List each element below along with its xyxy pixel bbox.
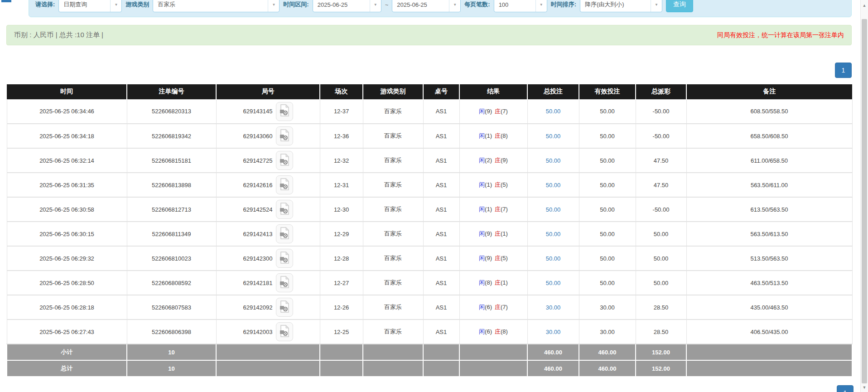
scroll-up-icon[interactable]: ▲ (861, 2, 868, 9)
cell-bet-id: 522606819342 (127, 124, 216, 148)
game-type-select[interactable]: 百家乐 ▼ (153, 0, 280, 12)
result-player-score: (8) (485, 279, 492, 286)
result-banker-score: (1) (501, 279, 508, 286)
video-file-icon (279, 276, 290, 290)
table-row: 2025-06-25 06:28:18 522606807583 6291420… (7, 295, 852, 319)
vertical-scrollbar[interactable]: ▲ ▼ (860, 0, 868, 392)
cell-round-id: 629142300 (216, 246, 320, 271)
cell-session: 12-26 (320, 295, 363, 319)
result-player-score: (9) (485, 108, 492, 115)
total-bet-link[interactable]: 50.00 (546, 280, 561, 286)
cell-bet-id: 522606807583 (127, 295, 216, 319)
round-id-value: 629142003 (243, 329, 272, 335)
per-page-select[interactable]: 100 ▼ (494, 0, 547, 12)
header-payout: 总派彩 (636, 84, 686, 99)
page-1-button[interactable]: 1 (835, 63, 852, 78)
chevron-down-icon: ▼ (651, 0, 662, 12)
video-replay-button[interactable] (276, 102, 293, 121)
page-1-button-bottom[interactable]: 1 (837, 385, 854, 392)
total-bet-link[interactable]: 50.00 (546, 108, 561, 115)
round-id-value: 629143060 (243, 133, 272, 140)
video-file-icon (279, 252, 290, 266)
game-type-value: 百家乐 (153, 0, 268, 9)
result-banker-label: 庄 (495, 108, 501, 115)
cell-result: 闲(1)庄(5) (459, 173, 527, 197)
cell-round-id: 629142524 (216, 197, 320, 222)
video-replay-button[interactable] (276, 175, 293, 194)
cell-result: 闲(6)庄(8) (459, 319, 527, 344)
sort-value: 降序(由大到小) (580, 0, 651, 9)
result-player-score: (2) (485, 157, 492, 164)
video-replay-button[interactable] (276, 322, 293, 341)
cell-time: 2025-06-25 06:31:35 (7, 173, 127, 197)
summary-text: 币别 : 人民币 | 总共 :10 注单 | (14, 31, 103, 39)
search-button[interactable]: 查询 (666, 0, 693, 12)
cell-remark: 563.50/613.50 (686, 222, 852, 246)
total-valid-bet: 460.00 (579, 360, 636, 377)
scrollbar-thumb[interactable] (862, 19, 867, 383)
date-to-select[interactable]: 2025-06-25 ▼ (392, 0, 461, 12)
date-from-select[interactable]: 2025-06-25 ▼ (313, 0, 381, 12)
cell-session: 12-37 (320, 99, 363, 124)
video-file-icon (279, 154, 290, 168)
cell-valid-bet: 30.00 (579, 295, 636, 319)
subtotal-count: 10 (127, 344, 216, 360)
cell-result: 闲(8)庄(1) (459, 271, 527, 295)
video-replay-button[interactable] (276, 151, 293, 170)
chevron-down-icon: ▼ (110, 0, 121, 12)
total-bet-link[interactable]: 50.00 (546, 157, 561, 164)
round-id-value: 629142092 (243, 304, 272, 311)
total-bet-link[interactable]: 30.00 (546, 304, 561, 311)
video-replay-button[interactable] (276, 224, 293, 243)
total-bet-link[interactable]: 50.00 (546, 133, 561, 140)
result-banker-score: (8) (501, 132, 508, 139)
cell-time: 2025-06-25 06:28:50 (7, 271, 127, 295)
result-banker-score: (7) (501, 304, 508, 310)
cell-table-no: AS1 (423, 222, 459, 246)
total-total-bet: 460.00 (527, 360, 579, 377)
query-type-select[interactable]: 日期查询 ▼ (58, 0, 122, 12)
cell-time: 2025-06-25 06:34:18 (7, 124, 127, 148)
video-replay-button[interactable] (276, 298, 293, 317)
cell-bet-id: 522606812713 (127, 197, 216, 222)
cell-round-id: 629142092 (216, 295, 320, 319)
result-banker-score: (9) (501, 157, 508, 164)
total-bet-link[interactable]: 50.00 (546, 255, 561, 262)
scroll-down-icon[interactable]: ▼ (861, 384, 868, 391)
cell-round-id: 629142725 (216, 148, 320, 173)
video-replay-button[interactable] (276, 273, 293, 292)
cell-valid-bet: 50.00 (579, 173, 636, 197)
cell-game-type: 百家乐 (363, 295, 423, 319)
cell-session: 12-28 (320, 246, 363, 271)
summary-bar: 币别 : 人民币 | 总共 :10 注单 | 同局有效投注，统一计算在该局第一张… (6, 25, 852, 45)
total-bet-link[interactable]: 30.00 (546, 329, 561, 335)
subtotal-total-bet: 460.00 (527, 344, 579, 360)
cell-game-type: 百家乐 (363, 173, 423, 197)
table-row: 2025-06-25 06:30:15 522606811349 6291424… (7, 222, 852, 246)
total-bet-link[interactable]: 50.00 (546, 182, 561, 189)
video-replay-button[interactable] (276, 249, 293, 268)
header-game-type: 游戏类别 (363, 84, 423, 99)
result-player-score: (9) (485, 230, 492, 237)
result-banker-label: 庄 (495, 157, 501, 164)
round-id-value: 629143145 (243, 108, 272, 115)
sort-select[interactable]: 降序(由大到小) ▼ (580, 0, 662, 12)
result-banker-label: 庄 (495, 304, 501, 310)
cell-bet-id: 522606811349 (127, 222, 216, 246)
round-id-value: 629142725 (243, 157, 272, 164)
cell-valid-bet: 30.00 (579, 319, 636, 344)
cell-result: 闲(9)庄(7) (459, 99, 527, 124)
clipped-top-element (1, 0, 11, 2)
total-bet-link[interactable]: 50.00 (546, 206, 561, 213)
total-bet-link[interactable]: 50.00 (546, 231, 561, 237)
result-banker-label: 庄 (495, 230, 501, 237)
cell-session: 12-36 (320, 124, 363, 148)
result-player-label: 闲 (479, 181, 485, 188)
result-banker-score: (5) (501, 255, 508, 261)
video-replay-button[interactable] (276, 126, 293, 145)
video-replay-button[interactable] (276, 200, 293, 219)
cell-total-payout: 50.00 (636, 271, 686, 295)
header-table-no: 桌号 (423, 84, 459, 99)
cell-total-bet: 50.00 (527, 197, 579, 222)
cell-bet-id: 522606815181 (127, 148, 216, 173)
